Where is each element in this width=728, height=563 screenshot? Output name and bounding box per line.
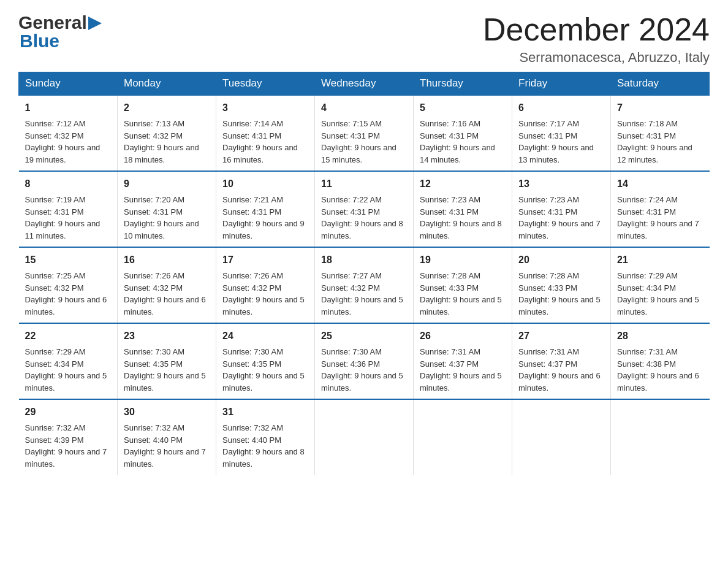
calendar-cell: 3Sunrise: 7:14 AMSunset: 4:31 PMDaylight…: [216, 95, 315, 171]
weekday-header-wednesday: Wednesday: [315, 72, 414, 96]
calendar-cell: 2Sunrise: 7:13 AMSunset: 4:32 PMDaylight…: [118, 95, 216, 171]
weekday-header-monday: Monday: [118, 72, 216, 96]
day-number: 1: [25, 101, 112, 115]
day-number: 4: [321, 101, 407, 115]
day-info: Sunrise: 7:16 AMSunset: 4:31 PMDaylight:…: [420, 119, 495, 164]
calendar-cell: 26Sunrise: 7:31 AMSunset: 4:37 PMDayligh…: [414, 323, 512, 399]
day-info: Sunrise: 7:23 AMSunset: 4:31 PMDaylight:…: [518, 195, 601, 240]
day-number: 9: [124, 177, 210, 191]
day-info: Sunrise: 7:24 AMSunset: 4:31 PMDaylight:…: [617, 195, 699, 240]
day-number: 16: [124, 253, 210, 267]
day-info: Sunrise: 7:30 AMSunset: 4:35 PMDaylight:…: [222, 347, 305, 393]
day-info: Sunrise: 7:15 AMSunset: 4:31 PMDaylight:…: [321, 119, 396, 164]
calendar-body: 1Sunrise: 7:12 AMSunset: 4:32 PMDaylight…: [19, 95, 710, 475]
calendar-cell: 21Sunrise: 7:29 AMSunset: 4:34 PMDayligh…: [611, 247, 710, 323]
day-number: 3: [222, 101, 308, 115]
calendar-table: SundayMondayTuesdayWednesdayThursdayFrid…: [18, 72, 710, 475]
calendar-cell: 18Sunrise: 7:27 AMSunset: 4:32 PMDayligh…: [315, 247, 414, 323]
day-info: Sunrise: 7:22 AMSunset: 4:31 PMDaylight:…: [321, 195, 403, 240]
weekday-header-row: SundayMondayTuesdayWednesdayThursdayFrid…: [19, 72, 710, 96]
day-number: 20: [518, 253, 604, 267]
page-title: December 2024: [483, 12, 710, 47]
day-info: Sunrise: 7:12 AMSunset: 4:32 PMDaylight:…: [25, 119, 100, 164]
day-info: Sunrise: 7:23 AMSunset: 4:31 PMDaylight:…: [420, 195, 502, 240]
day-info: Sunrise: 7:31 AMSunset: 4:37 PMDaylight:…: [420, 347, 502, 393]
logo: General Blue: [18, 12, 102, 52]
weekday-header-saturday: Saturday: [611, 72, 710, 96]
day-info: Sunrise: 7:30 AMSunset: 4:35 PMDaylight:…: [124, 347, 206, 393]
day-number: 22: [25, 329, 112, 343]
day-number: 10: [222, 177, 308, 191]
calendar-cell: 25Sunrise: 7:30 AMSunset: 4:36 PMDayligh…: [315, 323, 414, 399]
calendar-cell: [414, 399, 512, 475]
day-number: 23: [124, 329, 210, 343]
calendar-week-row: 1Sunrise: 7:12 AMSunset: 4:32 PMDaylight…: [19, 95, 710, 171]
calendar-cell: 13Sunrise: 7:23 AMSunset: 4:31 PMDayligh…: [512, 171, 611, 247]
logo-general: General: [18, 12, 87, 33]
day-number: 7: [617, 101, 703, 115]
calendar-week-row: 29Sunrise: 7:32 AMSunset: 4:39 PMDayligh…: [19, 399, 710, 475]
calendar-week-row: 22Sunrise: 7:29 AMSunset: 4:34 PMDayligh…: [19, 323, 710, 399]
day-info: Sunrise: 7:32 AMSunset: 4:39 PMDaylight:…: [25, 423, 107, 469]
calendar-cell: 8Sunrise: 7:19 AMSunset: 4:31 PMDaylight…: [19, 171, 118, 247]
day-number: 8: [25, 177, 112, 191]
day-number: 30: [124, 405, 210, 419]
day-info: Sunrise: 7:13 AMSunset: 4:32 PMDaylight:…: [124, 119, 199, 164]
calendar-cell: 12Sunrise: 7:23 AMSunset: 4:31 PMDayligh…: [414, 171, 512, 247]
calendar-cell: 28Sunrise: 7:31 AMSunset: 4:38 PMDayligh…: [611, 323, 710, 399]
calendar-cell: 23Sunrise: 7:30 AMSunset: 4:35 PMDayligh…: [118, 323, 216, 399]
calendar-cell: 31Sunrise: 7:32 AMSunset: 4:40 PMDayligh…: [216, 399, 315, 475]
day-number: 19: [420, 253, 506, 267]
day-info: Sunrise: 7:28 AMSunset: 4:33 PMDaylight:…: [518, 271, 601, 316]
weekday-header-sunday: Sunday: [19, 72, 118, 96]
day-number: 28: [617, 329, 703, 343]
weekday-header-friday: Friday: [512, 72, 611, 96]
logo-blue: Blue: [18, 31, 59, 52]
day-number: 5: [420, 101, 506, 115]
weekday-header-tuesday: Tuesday: [216, 72, 315, 96]
day-info: Sunrise: 7:27 AMSunset: 4:32 PMDaylight:…: [321, 271, 403, 316]
weekday-header-thursday: Thursday: [414, 72, 512, 96]
day-number: 13: [518, 177, 604, 191]
page-header: General Blue December 2024 Serramonacesc…: [18, 12, 710, 66]
day-number: 29: [25, 405, 112, 419]
day-info: Sunrise: 7:28 AMSunset: 4:33 PMDaylight:…: [420, 271, 502, 316]
calendar-week-row: 15Sunrise: 7:25 AMSunset: 4:32 PMDayligh…: [19, 247, 710, 323]
calendar-cell: [611, 399, 710, 475]
svg-marker-0: [88, 17, 102, 30]
day-info: Sunrise: 7:31 AMSunset: 4:38 PMDaylight:…: [617, 347, 699, 393]
calendar-cell: 17Sunrise: 7:26 AMSunset: 4:32 PMDayligh…: [216, 247, 315, 323]
day-info: Sunrise: 7:20 AMSunset: 4:31 PMDaylight:…: [124, 195, 199, 240]
day-info: Sunrise: 7:30 AMSunset: 4:36 PMDaylight:…: [321, 347, 403, 393]
calendar-week-row: 8Sunrise: 7:19 AMSunset: 4:31 PMDaylight…: [19, 171, 710, 247]
calendar-cell: 7Sunrise: 7:18 AMSunset: 4:31 PMDaylight…: [611, 95, 710, 171]
calendar-cell: 16Sunrise: 7:26 AMSunset: 4:32 PMDayligh…: [118, 247, 216, 323]
day-number: 11: [321, 177, 407, 191]
calendar-header: SundayMondayTuesdayWednesdayThursdayFrid…: [19, 72, 710, 96]
calendar-cell: 5Sunrise: 7:16 AMSunset: 4:31 PMDaylight…: [414, 95, 512, 171]
calendar-cell: 27Sunrise: 7:31 AMSunset: 4:37 PMDayligh…: [512, 323, 611, 399]
day-number: 17: [222, 253, 308, 267]
day-number: 14: [617, 177, 703, 191]
day-info: Sunrise: 7:14 AMSunset: 4:31 PMDaylight:…: [222, 119, 298, 164]
day-info: Sunrise: 7:25 AMSunset: 4:32 PMDaylight:…: [25, 271, 107, 316]
day-info: Sunrise: 7:31 AMSunset: 4:37 PMDaylight:…: [518, 347, 601, 393]
day-number: 27: [518, 329, 604, 343]
day-number: 15: [25, 253, 112, 267]
day-number: 25: [321, 329, 407, 343]
calendar-cell: 9Sunrise: 7:20 AMSunset: 4:31 PMDaylight…: [118, 171, 216, 247]
day-info: Sunrise: 7:26 AMSunset: 4:32 PMDaylight:…: [222, 271, 305, 316]
calendar-cell: 4Sunrise: 7:15 AMSunset: 4:31 PMDaylight…: [315, 95, 414, 171]
day-number: 26: [420, 329, 506, 343]
calendar-cell: 14Sunrise: 7:24 AMSunset: 4:31 PMDayligh…: [611, 171, 710, 247]
day-info: Sunrise: 7:26 AMSunset: 4:32 PMDaylight:…: [124, 271, 206, 316]
day-info: Sunrise: 7:32 AMSunset: 4:40 PMDaylight:…: [222, 423, 305, 469]
calendar-cell: 24Sunrise: 7:30 AMSunset: 4:35 PMDayligh…: [216, 323, 315, 399]
calendar-cell: [315, 399, 414, 475]
calendar-cell: 15Sunrise: 7:25 AMSunset: 4:32 PMDayligh…: [19, 247, 118, 323]
calendar-cell: 22Sunrise: 7:29 AMSunset: 4:34 PMDayligh…: [19, 323, 118, 399]
day-info: Sunrise: 7:29 AMSunset: 4:34 PMDaylight:…: [25, 347, 107, 393]
day-number: 18: [321, 253, 407, 267]
day-number: 31: [222, 405, 308, 419]
day-info: Sunrise: 7:18 AMSunset: 4:31 PMDaylight:…: [617, 119, 692, 164]
